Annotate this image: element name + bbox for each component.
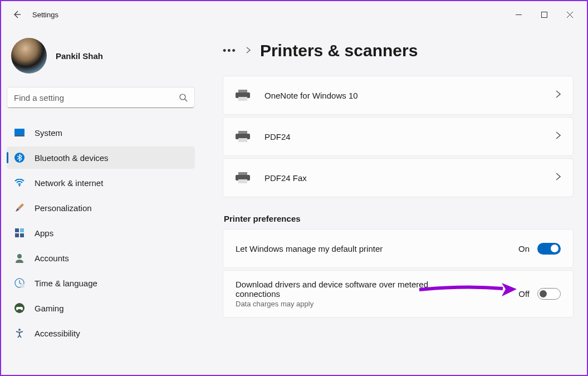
sidebar-item-label: Apps bbox=[35, 228, 53, 238]
sidebar-item-label: Gaming bbox=[35, 304, 64, 313]
printer-label: OneNote for Windows 10 bbox=[264, 91, 556, 100]
maximize-button[interactable] bbox=[531, 6, 557, 23]
manage-default-toggle[interactable] bbox=[537, 243, 561, 255]
pref-title: Download drivers and device software ove… bbox=[236, 280, 469, 299]
printer-item-pdf24-fax[interactable]: PDF24 Fax bbox=[223, 158, 574, 197]
page-title: Printers & scanners bbox=[260, 41, 418, 60]
titlebar: Settings bbox=[1, 1, 587, 28]
close-icon bbox=[567, 12, 573, 18]
maximize-icon bbox=[541, 12, 547, 18]
pref-subtitle: Data charges may apply bbox=[236, 300, 518, 308]
close-button[interactable] bbox=[557, 6, 582, 23]
printer-item-onenote[interactable]: OneNote for Windows 10 bbox=[223, 76, 574, 115]
sidebar-item-label: System bbox=[35, 128, 62, 138]
sidebar-item-label: Bluetooth & devices bbox=[35, 153, 109, 163]
svg-rect-15 bbox=[238, 90, 247, 92]
printer-label: PDF24 Fax bbox=[264, 173, 556, 183]
svg-rect-2 bbox=[14, 129, 24, 135]
brush-icon bbox=[14, 203, 24, 213]
breadcrumb: ••• Printers & scanners bbox=[223, 41, 574, 60]
svg-point-5 bbox=[19, 185, 21, 187]
account-icon bbox=[14, 253, 24, 263]
toggle-state-label: On bbox=[518, 244, 530, 253]
sidebar-item-personalization[interactable]: Personalization bbox=[7, 197, 195, 219]
search-input[interactable] bbox=[14, 93, 179, 102]
sidebar-item-time-language[interactable]: Time & language bbox=[7, 272, 195, 294]
pref-manage-default-printer: Let Windows manage my default printer On bbox=[223, 229, 574, 268]
sidebar-item-label: Time & language bbox=[35, 279, 97, 288]
arrow-left-icon bbox=[12, 10, 21, 19]
toggle-state-label: Off bbox=[518, 289, 530, 299]
svg-rect-8 bbox=[15, 233, 19, 237]
sidebar-item-label: Accessibility bbox=[35, 329, 80, 338]
printer-icon bbox=[236, 131, 250, 142]
svg-rect-20 bbox=[238, 138, 247, 142]
svg-rect-17 bbox=[238, 97, 247, 101]
sidebar-item-label: Personalization bbox=[35, 203, 92, 213]
window-controls bbox=[506, 6, 582, 23]
chevron-right-icon bbox=[556, 90, 561, 100]
sidebar-item-system[interactable]: System bbox=[7, 121, 195, 144]
metered-download-toggle[interactable] bbox=[537, 288, 561, 300]
sidebar-item-apps[interactable]: Apps bbox=[7, 222, 195, 244]
svg-rect-7 bbox=[20, 228, 24, 232]
accessibility-icon bbox=[14, 328, 24, 338]
svg-rect-3 bbox=[14, 135, 24, 136]
profile[interactable]: Pankil Shah bbox=[7, 35, 195, 87]
printer-icon bbox=[236, 90, 250, 101]
sidebar-item-gaming[interactable]: Gaming bbox=[7, 297, 195, 319]
sidebar-item-accessibility[interactable]: Accessibility bbox=[7, 322, 195, 344]
sidebar: Pankil Shah System Bluetooth & devices N… bbox=[1, 28, 200, 375]
profile-name: Pankil Shah bbox=[56, 51, 103, 61]
minimize-button[interactable] bbox=[506, 6, 531, 23]
clock-icon bbox=[14, 278, 24, 288]
chevron-right-icon bbox=[556, 131, 561, 141]
printer-label: PDF24 bbox=[264, 132, 556, 141]
apps-icon bbox=[14, 228, 24, 238]
sidebar-item-accounts[interactable]: Accounts bbox=[7, 247, 195, 269]
app-title: Settings bbox=[32, 11, 58, 19]
svg-point-1 bbox=[180, 94, 185, 100]
system-icon bbox=[14, 128, 24, 138]
minimize-icon bbox=[516, 12, 522, 18]
svg-rect-18 bbox=[238, 131, 247, 134]
breadcrumb-more-button[interactable]: ••• bbox=[223, 45, 237, 57]
sidebar-item-label: Network & internet bbox=[35, 178, 103, 188]
search-icon bbox=[179, 93, 188, 102]
main-content: ••• Printers & scanners OneNote for Wind… bbox=[200, 28, 587, 375]
chevron-right-icon bbox=[246, 46, 251, 56]
chevron-right-icon bbox=[556, 173, 561, 183]
pref-title: Let Windows manage my default printer bbox=[236, 244, 518, 253]
svg-rect-23 bbox=[238, 179, 247, 183]
back-button[interactable] bbox=[6, 3, 28, 26]
svg-point-10 bbox=[17, 254, 22, 258]
sidebar-item-bluetooth-devices[interactable]: Bluetooth & devices bbox=[7, 147, 195, 169]
gaming-icon bbox=[14, 303, 24, 313]
sidebar-item-network[interactable]: Network & internet bbox=[7, 172, 195, 194]
preferences-header: Printer preferences bbox=[224, 214, 574, 223]
wifi-icon bbox=[14, 178, 24, 188]
bluetooth-icon bbox=[14, 153, 24, 163]
svg-rect-21 bbox=[238, 172, 247, 175]
sidebar-item-label: Accounts bbox=[35, 253, 69, 263]
search-box[interactable] bbox=[7, 87, 195, 108]
pref-metered-download: Download drivers and device software ove… bbox=[223, 270, 574, 318]
printer-icon bbox=[236, 172, 250, 183]
svg-point-14 bbox=[18, 329, 21, 331]
printer-item-pdf24[interactable]: PDF24 bbox=[223, 117, 574, 156]
svg-point-12 bbox=[20, 284, 24, 288]
svg-rect-9 bbox=[20, 233, 24, 237]
svg-rect-0 bbox=[541, 12, 547, 17]
avatar bbox=[11, 38, 47, 74]
svg-rect-6 bbox=[15, 228, 19, 232]
